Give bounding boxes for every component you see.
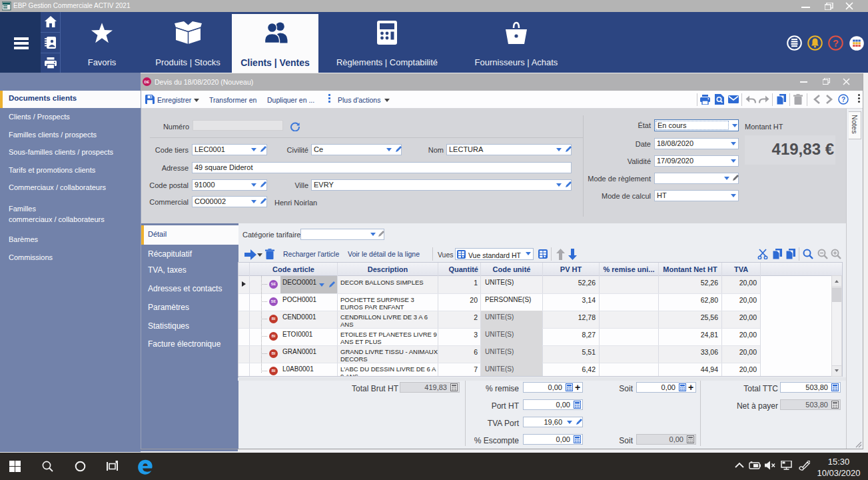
svg-text:?: ? bbox=[833, 38, 839, 49]
svg-text:?: ? bbox=[841, 96, 845, 103]
